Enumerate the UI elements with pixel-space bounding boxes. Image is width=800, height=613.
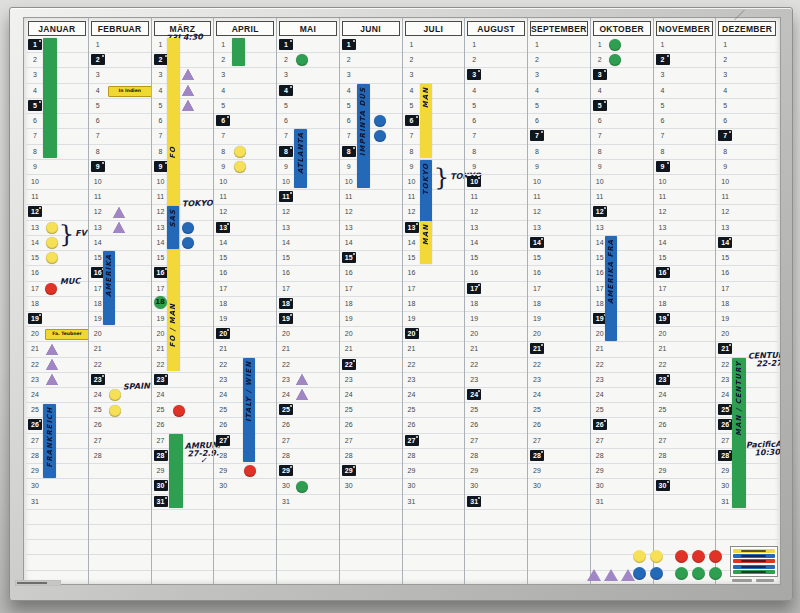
magnet-dot-green[interactable] <box>609 54 621 66</box>
magnet-triangle-purple[interactable] <box>296 389 308 400</box>
magnet-bar-blue[interactable]: SAS <box>167 206 179 250</box>
magnet-bar-green[interactable] <box>232 38 245 66</box>
day-marker-dark[interactable]: 13 <box>405 222 419 233</box>
day-marker-dark[interactable]: 20 <box>216 328 230 339</box>
tray-dot-red[interactable] <box>709 550 722 563</box>
yellow-note-strip[interactable]: Fa. Teubner <box>45 329 89 340</box>
day-marker-dark[interactable]: 23 <box>656 374 670 385</box>
magnet-dot-blue[interactable] <box>182 237 194 249</box>
magnet-dot-blue[interactable] <box>374 115 386 127</box>
legend-card[interactable] <box>730 546 778 577</box>
handwritten-vertical-text[interactable]: FO <box>167 98 180 159</box>
tray-dot-red[interactable] <box>675 550 688 563</box>
day-marker-dark[interactable]: 1 <box>279 39 293 50</box>
day-marker-dark[interactable]: 9 <box>154 161 168 172</box>
day-marker-dark[interactable]: 26 <box>28 419 42 430</box>
day-marker-dark[interactable]: 6 <box>405 115 419 126</box>
day-marker-dark[interactable]: 21 <box>718 343 732 354</box>
day-marker-dark[interactable]: 16 <box>154 267 168 278</box>
day-marker-dark[interactable]: 9 <box>656 161 670 172</box>
day-marker-dark[interactable]: 11 <box>279 191 293 202</box>
day-marker-dark[interactable]: 27 <box>405 435 419 446</box>
magnet-dot-blue[interactable] <box>182 222 194 234</box>
day-marker-dark[interactable]: 8 <box>279 146 293 157</box>
magnet-bar-green[interactable]: MAN / CENTURY <box>732 358 746 508</box>
magnet-triangle-purple[interactable] <box>296 374 308 385</box>
magnet-bar-green[interactable] <box>43 38 57 158</box>
magnet-triangle-purple[interactable] <box>182 69 194 80</box>
day-marker-dark[interactable]: 14 <box>718 237 732 248</box>
day-marker-dark[interactable]: 29 <box>279 465 293 476</box>
day-marker-dark[interactable]: 30 <box>154 480 168 491</box>
day-marker-dark[interactable]: 1 <box>342 39 356 50</box>
tray-dot-green[interactable] <box>692 567 705 580</box>
day-marker-dark[interactable]: 28 <box>718 450 732 461</box>
tray-triangle-purple[interactable] <box>604 569 618 581</box>
day-marker-dark[interactable]: 31 <box>154 496 168 507</box>
magnet-dot-yellow[interactable] <box>234 161 246 173</box>
tray-dot-green[interactable] <box>675 567 688 580</box>
day-marker-dark[interactable]: 3 <box>467 69 481 80</box>
day-marker-dark[interactable]: 1 <box>28 39 42 50</box>
magnet-dot-yellow[interactable] <box>234 146 246 158</box>
magnet-dot-green[interactable] <box>609 39 621 51</box>
day-marker-dark[interactable]: 14 <box>530 237 544 248</box>
magnet-dot-yellow[interactable] <box>109 389 121 401</box>
day-marker-dark[interactable]: 18 <box>279 298 293 309</box>
day-marker-dark[interactable]: 27 <box>216 435 230 446</box>
day-marker-dark[interactable]: 29 <box>342 465 356 476</box>
day-marker-dark[interactable]: 25 <box>718 404 732 415</box>
day-marker-dark[interactable]: 19 <box>28 313 42 324</box>
day-marker-dark[interactable]: 23 <box>91 374 105 385</box>
day-marker-dark[interactable]: 2 <box>656 54 670 65</box>
day-marker-dark[interactable]: 24 <box>467 389 481 400</box>
day-marker-dark[interactable]: 25 <box>279 404 293 415</box>
day-marker-dark[interactable]: 17 <box>467 283 481 294</box>
day-marker-dark[interactable]: 16 <box>656 267 670 278</box>
magnet-dot-yellow[interactable] <box>109 405 121 417</box>
day-marker-dark[interactable]: 19 <box>279 313 293 324</box>
magnet-triangle-purple[interactable] <box>113 222 125 233</box>
magnet-triangle-purple[interactable] <box>46 374 58 385</box>
tray-dot-green[interactable] <box>709 567 722 580</box>
day-marker-dark[interactable]: 3 <box>593 69 607 80</box>
magnet-triangle-purple[interactable] <box>46 359 58 370</box>
magnet-triangle-purple[interactable] <box>46 344 58 355</box>
yellow-note-strip[interactable]: In Indien <box>108 86 152 97</box>
magnet-bar-green[interactable] <box>169 434 183 508</box>
tray-dot-yellow[interactable] <box>633 550 646 563</box>
day-marker-dark[interactable]: 19 <box>656 313 670 324</box>
magnet-bar-blue[interactable]: AMERIKA <box>103 251 115 325</box>
day-marker-dark[interactable]: 12 <box>593 206 607 217</box>
day-marker-dark[interactable]: 26 <box>593 419 607 430</box>
magnet-bar-blue[interactable]: AMERIKA FRA <box>605 236 617 341</box>
day-marker-dark[interactable]: 12 <box>28 206 42 217</box>
magnet-bar-blue[interactable]: ITALY / WIEN <box>243 358 255 463</box>
tray-dot-blue[interactable] <box>633 567 646 580</box>
day-marker-dark[interactable]: 5 <box>593 100 607 111</box>
handwritten-vertical-text[interactable]: FO / MAN <box>167 275 180 348</box>
day-marker-dark[interactable]: 6 <box>216 115 230 126</box>
day-marker-dark[interactable]: 20 <box>405 328 419 339</box>
day-marker-dark[interactable]: 4 <box>279 85 293 96</box>
magnet-dot-yellow[interactable] <box>46 237 58 249</box>
magnet-dot-red[interactable] <box>45 283 57 295</box>
tray-dot-red[interactable] <box>692 550 705 563</box>
day-marker-dark[interactable]: 31 <box>467 496 481 507</box>
magnet-triangle-purple[interactable] <box>182 85 194 96</box>
day-marker-dark[interactable]: 28 <box>154 450 168 461</box>
magnet-bar-blue[interactable]: IMPRINTA DÜS <box>357 84 370 189</box>
day-marker-dark[interactable]: 21 <box>530 343 544 354</box>
day-marker-dark[interactable]: 2 <box>154 54 168 65</box>
magnet-triangle-purple[interactable] <box>182 100 194 111</box>
day-marker-dark[interactable]: 9 <box>91 161 105 172</box>
magnet-bar-yellow[interactable]: MAN <box>420 84 432 158</box>
magnet-bar-yellow[interactable]: MAN <box>420 221 432 265</box>
magnet-dot-yellow[interactable] <box>46 222 58 234</box>
tray-dot-blue[interactable] <box>650 567 663 580</box>
day-marker-dark[interactable]: 22 <box>342 359 356 370</box>
magnet-triangle-purple[interactable] <box>113 207 125 218</box>
day-marker-dark[interactable]: 28 <box>530 450 544 461</box>
day-marker-dark[interactable]: 23 <box>154 374 168 385</box>
tray-triangle-purple[interactable] <box>587 569 601 581</box>
